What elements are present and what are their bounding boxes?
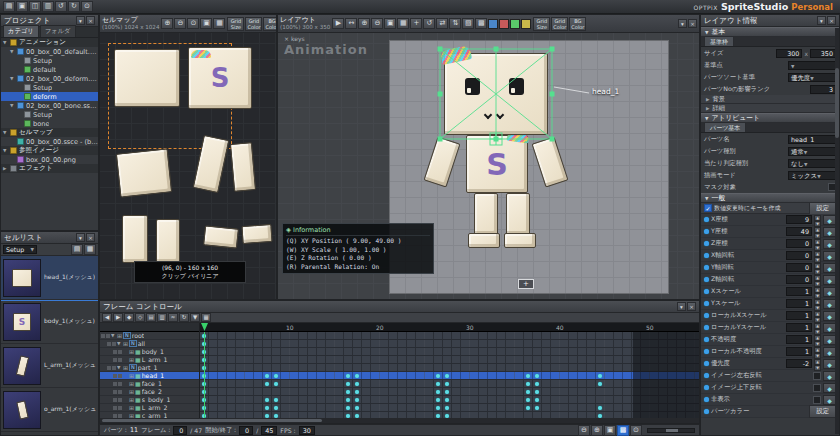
keyframe[interactable] xyxy=(274,398,278,402)
tree-item[interactable]: deform xyxy=(1,92,98,101)
keyframe[interactable] xyxy=(598,382,602,386)
keyframe[interactable] xyxy=(535,390,539,394)
zoom-reset-icon[interactable]: ⊙ xyxy=(187,18,199,29)
onion-skin-toggle-icon[interactable]: ▩ xyxy=(617,425,629,436)
tree-item[interactable]: default xyxy=(1,65,98,74)
value-input[interactable]: 49 xyxy=(786,227,812,236)
value-input[interactable]: 1 xyxy=(786,287,812,296)
keyframe[interactable] xyxy=(535,374,539,378)
keyframe[interactable] xyxy=(265,406,269,410)
tab-part-basic[interactable]: パーツ基本 xyxy=(704,122,746,132)
timeline-zoom-slider[interactable] xyxy=(647,428,695,433)
keyframe[interactable] xyxy=(346,390,350,394)
character-right-arm[interactable] xyxy=(531,136,568,187)
tree-expand-icon[interactable]: ▼ xyxy=(3,40,8,45)
range-end-input[interactable]: 45 xyxy=(261,426,277,435)
panel-close-icon[interactable]: × xyxy=(688,19,697,28)
size-height-input[interactable]: 350 xyxy=(810,49,836,58)
timeline-part-head_1[interactable]: ⊞▦head_1 xyxy=(100,372,199,380)
visibility-toggle[interactable] xyxy=(113,350,117,354)
grid-color-button[interactable]: Grid Color xyxy=(245,17,262,31)
timeline-track-face_2[interactable] xyxy=(200,388,699,396)
spinner[interactable]: ▲▼ xyxy=(814,311,821,321)
zoom-fit-icon[interactable]: ▣ xyxy=(384,18,396,29)
cell-head-front[interactable]: S xyxy=(188,47,252,109)
timeline-zoom-in-icon[interactable]: ⊕ xyxy=(591,425,603,436)
keyframe[interactable] xyxy=(274,382,278,386)
keyframe[interactable] xyxy=(526,406,530,410)
animation-canvas[interactable]: × keys Animation S xyxy=(278,33,699,299)
tree-expand-icon[interactable]: ▶ xyxy=(3,166,8,171)
tree-item[interactable]: Setup xyxy=(1,83,98,92)
cellmap-selector[interactable]: Setup ▼ xyxy=(3,245,37,254)
keyframe[interactable] xyxy=(535,406,539,410)
keyframe[interactable] xyxy=(355,374,359,378)
rotate-tool-icon[interactable]: ↺ xyxy=(423,18,435,29)
grid-toggle-icon[interactable]: ▦ xyxy=(213,18,225,29)
keyframe[interactable] xyxy=(346,382,350,386)
spinner[interactable]: ▲▼ xyxy=(814,263,821,273)
timeline-zoom-thumb[interactable] xyxy=(666,429,678,432)
origin-select[interactable]: ▼ xyxy=(788,61,836,70)
pan-tool-icon[interactable]: ↔ xyxy=(345,18,357,29)
timeline-track-face_1[interactable] xyxy=(200,380,699,388)
spinner[interactable]: ▲▼ xyxy=(814,335,821,345)
cell-head-side[interactable] xyxy=(114,49,180,107)
lock-toggle[interactable] xyxy=(118,374,122,378)
character-right-leg[interactable] xyxy=(506,193,530,235)
value-input[interactable]: 0 xyxy=(786,263,812,272)
timeline-track-root[interactable] xyxy=(200,332,699,340)
keyframe[interactable] xyxy=(436,398,440,402)
keyframe[interactable] xyxy=(445,398,449,402)
keyframe[interactable] xyxy=(274,406,278,410)
timeline-part-L_arm_1[interactable]: ⊞▦L_arm_1 xyxy=(100,356,199,364)
keyframe[interactable] xyxy=(346,414,350,418)
visibility-toggle[interactable] xyxy=(113,398,117,402)
panel-menu-icon[interactable]: ▾ xyxy=(817,16,826,25)
auto-key-checkbox[interactable]: ✓ xyxy=(704,204,712,212)
size-width-input[interactable]: 300 xyxy=(776,49,802,58)
cell-list-item[interactable]: o_arm_1(メッシュ) xyxy=(1,388,98,432)
copy-key-icon[interactable]: ▤ xyxy=(146,313,156,322)
visibility-toggle[interactable] xyxy=(113,390,117,394)
next-key-icon[interactable]: ▶ xyxy=(113,313,123,322)
loop-icon[interactable]: ↻ xyxy=(179,313,189,322)
lock-toggle[interactable] xyxy=(118,414,122,418)
timeline-part-body_1[interactable]: ⊞▦body_1 xyxy=(100,348,199,356)
timeline-track-s_body_1[interactable] xyxy=(200,396,699,404)
character-body[interactable]: S xyxy=(466,135,528,193)
spinner[interactable]: ▲▼ xyxy=(814,227,821,237)
value-input[interactable]: 1 xyxy=(786,311,812,320)
checkbox[interactable] xyxy=(813,372,821,380)
timeline-track-part_1[interactable] xyxy=(200,364,699,372)
swatch-red[interactable] xyxy=(499,19,509,29)
keyframe[interactable] xyxy=(445,414,449,418)
zoom-out-icon[interactable]: ⊖ xyxy=(174,18,186,29)
checkbox[interactable] xyxy=(813,384,821,392)
keyframe[interactable] xyxy=(355,382,359,386)
frame-input[interactable]: 0 xyxy=(173,426,187,435)
cell-foot-b[interactable] xyxy=(241,224,272,244)
rank-input[interactable]: 3 xyxy=(810,85,836,94)
tree-expand-icon[interactable]: ▼ xyxy=(3,148,8,153)
mesh-display-icon[interactable]: ▩ xyxy=(475,18,487,29)
panel-menu-icon[interactable]: ▾ xyxy=(677,302,686,311)
keyframe[interactable] xyxy=(535,382,539,386)
timeline-settings-icon[interactable]: ⊙ xyxy=(630,425,642,436)
keyframe[interactable] xyxy=(526,374,530,378)
save-all-icon[interactable]: ▥ xyxy=(42,1,54,12)
keyframe[interactable] xyxy=(355,414,359,418)
bg-color-button[interactable]: BG Color xyxy=(263,17,276,31)
undo-icon[interactable]: ↺ xyxy=(55,1,67,12)
spinner[interactable]: ▲▼ xyxy=(814,275,821,285)
visibility-toggle[interactable] xyxy=(113,382,117,386)
keyframe[interactable] xyxy=(436,374,440,378)
spinner[interactable]: ▲▼ xyxy=(814,251,821,261)
character-left-foot[interactable] xyxy=(468,233,500,248)
visibility-toggle[interactable] xyxy=(113,406,117,410)
keyframe[interactable] xyxy=(346,374,350,378)
visibility-toggle[interactable] xyxy=(113,358,117,362)
panel-menu-icon[interactable]: ▾ xyxy=(76,233,85,242)
spinner[interactable]: ▲▼ xyxy=(814,239,821,249)
grid-size-button[interactable]: Grid Size xyxy=(533,17,550,31)
